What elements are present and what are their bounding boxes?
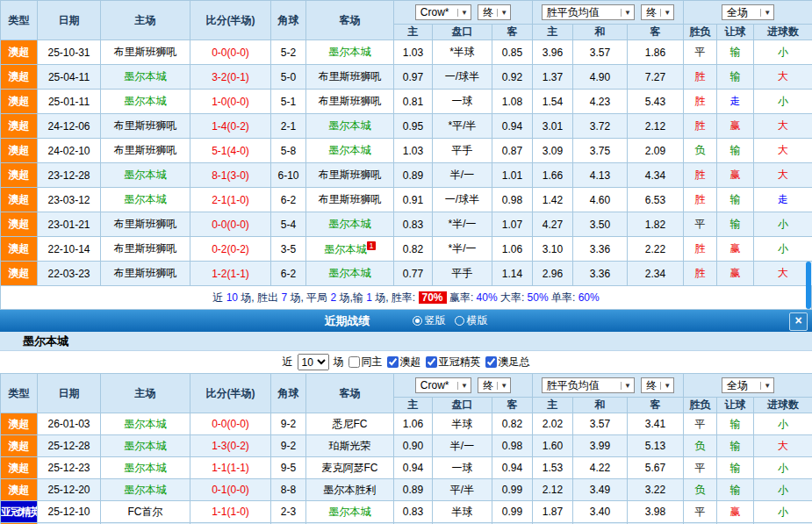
league-c-input[interactable]: [485, 356, 497, 368]
match-row[interactable]: 澳超 24-12-06 布里斯班狮吼 1-4(0-2) 2-1 墨尔本城 0.9…: [1, 114, 812, 139]
score-cell[interactable]: 1-1(1-0): [190, 501, 271, 523]
score-cell[interactable]: 0-1(0-0): [190, 479, 271, 501]
match-row[interactable]: 澳超 22-10-14 布里斯班狮吼 0-2(0-2) 3-5 墨尔本城1 0.…: [1, 237, 812, 262]
away-team: 墨尔本城: [329, 119, 371, 132]
draw-odds-cell: 3.40: [573, 501, 628, 523]
home-team: FC首尔: [128, 506, 163, 518]
match-row[interactable]: 澳超 25-12-28 墨尔本城 1-3(0-2) 9-2 珀斯光荣 0.90 …: [1, 435, 812, 457]
league-b-checkbox[interactable]: 亚冠精英: [426, 355, 481, 370]
close-button[interactable]: ×: [789, 312, 808, 331]
recent-wdl-time-select[interactable]: 终▼: [641, 377, 674, 393]
bookmaker-select[interactable]: Crow*▼: [415, 4, 471, 20]
draw-odds-cell: 3.57: [573, 413, 628, 435]
league-cell: 澳超: [1, 114, 38, 139]
match-row[interactable]: 亚冠精英 25-12-10 FC首尔 1-1(1-0) 2-3 墨尔本城 0.8…: [1, 501, 812, 523]
col-home: 主场: [101, 374, 190, 413]
match-row[interactable]: 澳超 23-01-21 布里斯班狮吼 0-0(0-0) 5-4 墨尔本城 0.8…: [1, 212, 812, 237]
match-row[interactable]: 澳超 25-01-11 墨尔本城 1-0(0-0) 5-1 布里斯班狮吼 0.8…: [1, 90, 812, 114]
radio-vertical[interactable]: [413, 316, 422, 326]
fullmatch-select-value: 全场: [727, 5, 748, 20]
draw-odds-cell: 3.50: [573, 212, 628, 237]
away-odds-cell: 1.06: [492, 237, 533, 262]
score-cell[interactable]: 0-0(0-0): [190, 40, 271, 65]
fullmatch-select[interactable]: 全场▼: [722, 4, 774, 20]
score-cell[interactable]: 0-0(0-0): [190, 212, 271, 237]
league-c-checkbox[interactable]: 澳足总: [485, 355, 530, 370]
summary-part: 单率:: [551, 291, 578, 304]
recent-bookmaker-select[interactable]: Crow*▼: [415, 377, 471, 393]
match-row[interactable]: 澳超 25-10-31 布里斯班狮吼 0-0(0-0) 5-2 墨尔本城 1.0…: [1, 40, 812, 65]
league-a-input[interactable]: [387, 356, 399, 368]
score-cell[interactable]: 1-0(0-0): [190, 90, 271, 114]
away-team: 布里斯班狮吼: [319, 169, 382, 181]
match-row[interactable]: 澳超 25-12-23 墨尔本城 1-1(1-1) 9-5 麦克阿瑟FC 0.9…: [1, 457, 812, 479]
same-home-checkbox[interactable]: 同主: [349, 355, 383, 370]
score-cell[interactable]: 2-1(1-0): [190, 188, 271, 212]
away-team: 珀斯光荣: [329, 440, 371, 452]
h2h-summary-bar: 近 10 场, 胜出 7 场, 平局 2 场,输 1 场, 胜率: 70% 赢率…: [0, 286, 812, 310]
score-cell[interactable]: 3-2(0-1): [190, 65, 271, 90]
score-cell[interactable]: 1-1(1-1): [190, 457, 271, 479]
home-team-cell: 布里斯班狮吼: [101, 139, 190, 163]
match-count-select[interactable]: 10: [298, 354, 329, 370]
home-odds-cell: 0.97: [394, 65, 433, 90]
score-cell[interactable]: 8-1(3-0): [190, 163, 271, 188]
league-cell: 澳超: [1, 212, 38, 237]
radio-horizontal-label[interactable]: 横版: [467, 313, 488, 328]
match-analysis-page: { "cols": {"type":"类型","date":"日期","home…: [0, 0, 812, 524]
wdl-time-select[interactable]: 终▼: [641, 4, 674, 20]
wdl-avg-select[interactable]: 胜平负均值▼: [542, 4, 635, 20]
handicap-result-cell: 赢: [717, 237, 754, 262]
recent-wdl-avg-select[interactable]: 胜平负均值▼: [542, 377, 635, 393]
odds-time-select[interactable]: 终▼: [478, 4, 511, 20]
col-home-odds: 主: [394, 25, 433, 40]
match-row[interactable]: 澳超 25-04-11 墨尔本城 3-2(0-1) 5-0 布里斯班狮吼 0.9…: [1, 65, 812, 90]
date-cell: 25-12-23: [38, 457, 101, 479]
score-cell[interactable]: 0-0(0-0): [190, 413, 271, 435]
score-cell[interactable]: 1-4(0-2): [190, 114, 271, 139]
score-cell[interactable]: 1-2(1-1): [190, 262, 271, 286]
goals-result-cell: 小: [754, 90, 812, 114]
league-b-input[interactable]: [426, 356, 437, 368]
corners-cell: 5-8: [271, 139, 306, 163]
recent-odds-time-select[interactable]: 终▼: [478, 377, 511, 393]
match-row[interactable]: 澳超 23-03-12 墨尔本城 2-1(1-0) 6-2 布里斯班狮吼 0.9…: [1, 188, 812, 212]
league-cell: 澳超: [1, 65, 38, 90]
corners-cell: 6-2: [271, 262, 306, 286]
lose-odds-cell: 1.82: [628, 212, 684, 237]
home-odds-cell: 1.03: [394, 40, 433, 65]
score-cell[interactable]: 5-1(4-0): [190, 139, 271, 163]
win-odds-cell: 1.87: [533, 501, 573, 523]
goals-result-cell: 小: [754, 413, 812, 435]
red-card-badge: 1: [367, 241, 375, 250]
panel-title: 近期战绩: [325, 313, 370, 329]
summary-part: 70%: [419, 291, 447, 304]
home-odds-cell: 0.94: [394, 457, 433, 479]
match-row[interactable]: 澳超 26-01-03 墨尔本城 0-0(0-0) 9-2 悉尼FC 1.06 …: [1, 413, 812, 435]
match-row[interactable]: 澳超 24-02-10 布里斯班狮吼 5-1(4-0) 5-8 墨尔本城 1.0…: [1, 139, 812, 163]
lose-odds-cell: 4.34: [628, 163, 684, 188]
recent-fullmatch-select[interactable]: 全场▼: [722, 377, 774, 393]
away-team-cell: 墨尔本城: [306, 501, 394, 523]
match-row[interactable]: 澳超 25-12-20 墨尔本城 0-1(0-0) 8-8 墨尔本胜利 0.89…: [1, 479, 812, 501]
match-row[interactable]: 澳超 23-12-28 墨尔本城 8-1(3-0) 6-10 布里斯班狮吼 0.…: [1, 163, 812, 188]
league-a-checkbox[interactable]: 澳超: [387, 355, 421, 370]
score-cell[interactable]: 1-3(0-2): [190, 435, 271, 457]
handicap-result-cell: 输: [717, 413, 754, 435]
radio-vertical-label[interactable]: 竖版: [425, 313, 446, 328]
league-cell: 澳超: [1, 479, 38, 501]
goals-result-cell: 小: [754, 237, 812, 262]
away-odds-cell: 0.99: [492, 479, 533, 501]
handicap-result-cell: 输: [717, 479, 754, 501]
goals-result-cell: 大: [754, 163, 812, 188]
scrollbar-thumb[interactable]: [806, 262, 811, 309]
score-cell[interactable]: 0-2(0-2): [190, 237, 271, 262]
home-team: 墨尔本城: [125, 440, 167, 452]
away-team: 墨尔本城: [329, 46, 371, 58]
match-row[interactable]: 澳超 22-03-23 布里斯班狮吼 1-2(1-1) 6-2 墨尔本城 0.7…: [1, 262, 812, 286]
same-home-input[interactable]: [349, 356, 360, 368]
handicap-result-cell: 赢: [717, 262, 754, 286]
radio-horizontal[interactable]: [455, 316, 464, 326]
away-team: 墨尔本城: [329, 267, 371, 279]
away-team: 布里斯班狮吼: [319, 193, 382, 205]
